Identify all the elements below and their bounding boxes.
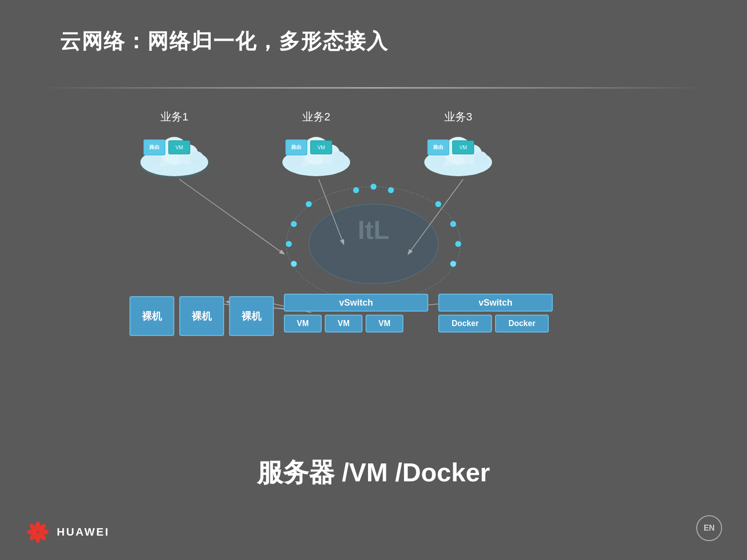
cloud-label-3: 业务3 xyxy=(444,110,472,124)
bare-metal-section: 裸机 裸机 裸机 xyxy=(129,296,274,336)
cloud-box-vm-1: VM xyxy=(168,140,190,154)
cloud-box-route-2: 路由 xyxy=(285,139,307,155)
cloud-shape-1: 路由 VM xyxy=(134,128,214,178)
docker-box-1: Docker xyxy=(438,315,492,333)
cloud-inner-1: 路由 VM xyxy=(143,139,190,155)
svg-point-30 xyxy=(450,261,456,267)
vswitch-label-1: vSwitch xyxy=(284,294,428,312)
divider-line xyxy=(40,87,707,89)
docker-box-2: Docker xyxy=(495,315,549,333)
en-badge[interactable]: EN xyxy=(696,515,722,541)
vswitch-group-1: vSwitch VM VM VM xyxy=(284,294,428,333)
cloud-box-route-3: 路由 xyxy=(427,139,449,155)
svg-point-22 xyxy=(353,187,359,193)
svg-point-11 xyxy=(332,151,346,165)
svg-point-28 xyxy=(450,221,456,227)
cloud-inner-3: 路由 VM xyxy=(427,139,474,155)
svg-point-26 xyxy=(291,261,297,267)
huawei-logo: HUAWEI xyxy=(25,519,110,545)
cloud-label-2: 业务2 xyxy=(302,110,330,124)
cloud-inner-2: 路由 VM xyxy=(285,139,332,155)
cloud-group-1: 业务1 路由 VM xyxy=(134,110,214,178)
vm-box-1: VM xyxy=(284,315,322,333)
svg-point-23 xyxy=(388,187,394,193)
svg-text:ItL: ItL xyxy=(358,216,389,244)
svg-point-31 xyxy=(435,201,441,207)
bottom-label: 服务器 /VM /Docker xyxy=(257,455,490,490)
vswitch-label-2: vSwitch xyxy=(438,294,553,312)
vm-box-2: VM xyxy=(325,315,363,333)
bare-metal-1: 裸机 xyxy=(129,296,174,336)
svg-line-35 xyxy=(179,179,284,254)
vswitch-group-2: vSwitch Docker Docker xyxy=(438,294,553,333)
vm-box-3: VM xyxy=(366,315,403,333)
cloud-box-vm-2: VM xyxy=(310,140,332,154)
svg-point-21 xyxy=(371,184,376,190)
page-title: 云网络：网络归一化，多形态接入 xyxy=(60,27,388,55)
svg-point-17 xyxy=(474,151,488,165)
bare-metal-3: 裸机 xyxy=(229,296,274,336)
svg-point-29 xyxy=(455,241,461,247)
cloud-box-route-1: 路由 xyxy=(143,139,165,155)
vm-row-1: VM VM VM xyxy=(284,315,428,333)
cloud-group-3: 业务3 路由 VM xyxy=(418,110,498,178)
svg-point-24 xyxy=(291,221,297,227)
cloud-shape-3: 路由 VM xyxy=(418,128,498,178)
huawei-text: HUAWEI xyxy=(57,526,110,539)
cloud-label-1: 业务1 xyxy=(160,110,188,124)
network-hub: ItL xyxy=(279,179,468,309)
huawei-flower-icon xyxy=(25,519,51,545)
docker-row: Docker Docker xyxy=(438,315,553,333)
cloud-box-vm-3: VM xyxy=(452,140,474,154)
cloud-group-2: 业务2 路由 VM xyxy=(276,110,356,178)
svg-point-27 xyxy=(306,201,312,207)
bare-metal-2: 裸机 xyxy=(179,296,224,336)
svg-point-5 xyxy=(190,151,204,165)
cloud-shape-2: 路由 VM xyxy=(276,128,356,178)
svg-point-25 xyxy=(286,241,292,247)
